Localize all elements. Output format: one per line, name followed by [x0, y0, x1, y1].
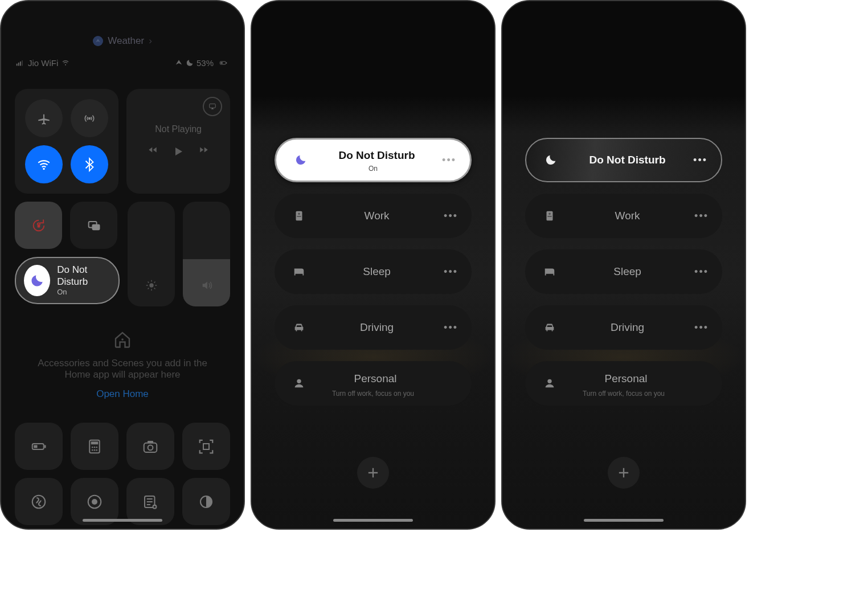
lock-rotation-icon [31, 218, 47, 234]
home-text-line2: Home app will appear here [38, 369, 207, 380]
focus-mode-sleep[interactable]: Sleep ••• [275, 249, 472, 294]
focus-mode-driving[interactable]: Driving ••• [275, 305, 472, 350]
camera-icon [142, 438, 159, 455]
dark-mode-icon [198, 493, 215, 510]
focus-mode-sleep[interactable]: Sleep ••• [525, 249, 722, 294]
open-home-link[interactable]: Open Home [96, 388, 149, 400]
screen-record-button[interactable] [71, 478, 118, 525]
low-power-icon [30, 438, 47, 455]
moon-icon [540, 154, 562, 166]
bed-icon [288, 265, 310, 278]
status-bar: Jio WiFi 53% [15, 58, 230, 68]
screen-record-icon [86, 493, 103, 510]
airplane-toggle[interactable] [25, 99, 63, 137]
focus-mode-label: Sleep [310, 265, 444, 278]
battery-icon [216, 59, 230, 67]
focus-mode-label: Driving [560, 321, 694, 334]
focus-mode-driving[interactable]: Driving ••• [525, 305, 722, 350]
focus-mode-label: Sleep [560, 265, 694, 278]
cellular-toggle[interactable] [71, 99, 108, 137]
speaker-icon [200, 279, 213, 292]
wifi-status-icon [61, 59, 70, 67]
connectivity-tile[interactable] [15, 89, 118, 194]
focus-mode-label: Work [560, 210, 694, 222]
battery-percent: 53% [196, 58, 214, 68]
orientation-lock-toggle[interactable] [15, 202, 62, 249]
breadcrumb[interactable]: Weather › [1, 35, 244, 47]
more-options-button[interactable]: ••• [444, 322, 458, 334]
wifi-toggle[interactable] [25, 145, 63, 183]
add-focus-button[interactable] [608, 457, 640, 489]
qr-scanner-button[interactable] [182, 423, 230, 470]
airplane-icon [36, 111, 51, 126]
focus-mode-label: Do Not Disturb [562, 154, 693, 166]
focus-mode-dnd[interactable]: Do Not Disturb On ••• [275, 138, 472, 182]
brightness-slider[interactable] [128, 202, 175, 306]
dnd-status-icon [186, 59, 194, 67]
more-options-button[interactable]: ••• [694, 210, 709, 222]
focus-mode-list: Do Not Disturb On ••• Work ••• Sleep •••… [275, 138, 472, 406]
control-center-panel: Weather › Jio WiFi 53% Not Playing [0, 0, 245, 530]
person-icon [539, 377, 560, 390]
airplay-button[interactable] [203, 97, 222, 116]
low-power-button[interactable] [15, 423, 63, 470]
more-options-button[interactable]: ••• [444, 210, 458, 222]
focus-mode-label: Driving [310, 321, 444, 334]
airplay-icon [208, 103, 216, 110]
home-indicator[interactable] [333, 519, 413, 522]
bed-icon [539, 265, 560, 278]
home-icon [112, 329, 133, 350]
focus-status: On [57, 288, 110, 297]
more-options-button[interactable]: ••• [444, 266, 458, 278]
focus-mode-label: Work [310, 210, 444, 222]
add-focus-button[interactable] [357, 457, 389, 489]
notes-button[interactable] [126, 478, 174, 525]
home-text-line1: Accessories and Scenes you add in the [38, 358, 207, 369]
focus-mode-status: On [276, 165, 470, 173]
plus-icon [616, 465, 632, 481]
focus-mode-work[interactable]: Work ••• [275, 194, 472, 238]
focus-mode-dnd[interactable]: Do Not Disturb ••• [525, 138, 722, 182]
mirror-icon [86, 218, 102, 234]
badge-icon [539, 210, 560, 222]
location-arrow-icon [93, 36, 103, 46]
shazam-icon [30, 493, 47, 510]
home-indicator[interactable] [83, 519, 162, 522]
car-icon [288, 321, 310, 334]
more-options-button[interactable]: ••• [694, 322, 709, 334]
focus-mode-subtitle: Turn off work, focus on you [525, 390, 722, 398]
calculator-button[interactable] [71, 423, 118, 470]
sun-icon [145, 279, 158, 292]
antenna-icon [82, 111, 97, 126]
plus-icon [365, 465, 381, 481]
focus-mode-personal[interactable]: Personal Turn off work, focus on you [275, 361, 472, 406]
quick-tiles-grid [15, 423, 230, 525]
focus-mode-label: Do Not Disturb [312, 149, 442, 162]
focus-mode-label: Personal [560, 373, 691, 385]
camera-button[interactable] [126, 423, 174, 470]
focus-mode-personal[interactable]: Personal Turn off work, focus on you [525, 361, 722, 406]
person-icon [288, 377, 310, 390]
more-options-button[interactable]: ••• [694, 266, 709, 278]
screen-mirroring-button[interactable] [70, 202, 117, 249]
focus-button[interactable]: Do Not Disturb On [15, 257, 120, 304]
more-options-button[interactable]: ••• [693, 154, 707, 166]
dark-mode-button[interactable] [182, 478, 230, 525]
next-track-icon[interactable] [199, 145, 209, 155]
car-icon [539, 321, 560, 334]
badge-icon [288, 210, 310, 222]
previous-track-icon[interactable] [148, 145, 158, 155]
focus-modes-panel-off: Do Not Disturb ••• Work ••• Sleep ••• Dr… [501, 0, 746, 530]
play-icon[interactable] [171, 145, 185, 158]
now-playing-tile[interactable]: Not Playing [126, 89, 230, 194]
focus-mode-subtitle: Turn off work, focus on you [275, 390, 472, 398]
focus-title: Do Not Disturb [57, 264, 110, 288]
wifi-icon [36, 157, 51, 172]
home-indicator[interactable] [584, 519, 664, 522]
focus-mode-list: Do Not Disturb ••• Work ••• Sleep ••• Dr… [525, 138, 722, 406]
focus-mode-work[interactable]: Work ••• [525, 194, 722, 238]
bluetooth-toggle[interactable] [71, 145, 108, 183]
volume-slider[interactable] [183, 202, 230, 306]
shazam-button[interactable] [15, 478, 63, 525]
signal-bars-icon [15, 59, 25, 67]
